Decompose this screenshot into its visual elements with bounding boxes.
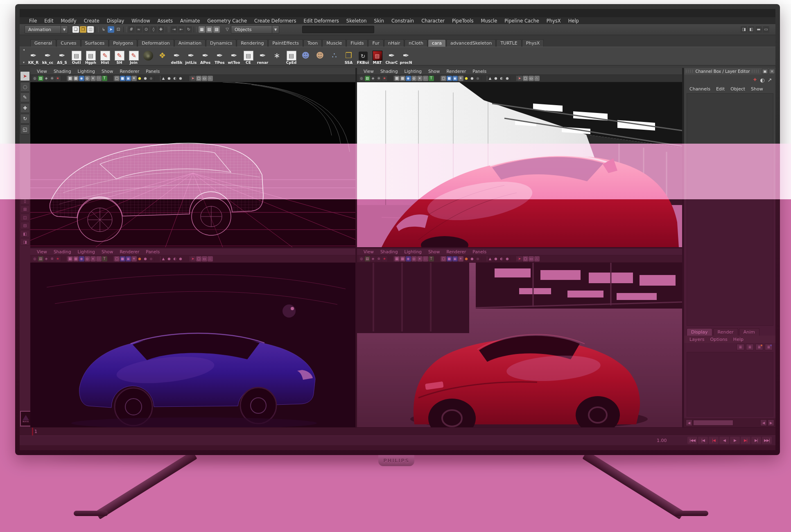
shelf-tab[interactable]: Polygons — [109, 39, 137, 47]
bookmark-icon[interactable] — [365, 76, 370, 81]
toggle-channel-box-icon[interactable] — [763, 26, 769, 33]
scrollbar-thumb[interactable] — [693, 420, 733, 426]
shelf-item-cubes-icon[interactable] — [155, 47, 170, 65]
shelf-item[interactable]: Outl — [69, 47, 84, 65]
step-forward-frame-button[interactable] — [751, 437, 761, 444]
default-light-icon[interactable] — [464, 76, 469, 81]
wireframe-mode-icon[interactable] — [114, 256, 120, 261]
go-to-end-button[interactable] — [762, 437, 772, 444]
scale-tool[interactable] — [20, 124, 30, 134]
scroll-left-icon[interactable]: ◀ — [686, 419, 692, 426]
shelf-tab[interactable]: Fluids — [346, 39, 368, 47]
paint-select-tool[interactable] — [20, 92, 30, 102]
snap-grid-icon[interactable] — [128, 26, 135, 33]
cloud-icon[interactable] — [505, 76, 510, 81]
texture-placement-icon[interactable] — [102, 256, 107, 261]
menu-item[interactable]: Window — [128, 18, 154, 24]
scroll-right-icon[interactable]: ▶ — [768, 419, 774, 426]
menu-item[interactable]: Create — [80, 18, 103, 24]
snap-plane-icon[interactable] — [150, 26, 157, 33]
menu-item[interactable]: Display — [103, 18, 128, 24]
sphere-icon[interactable] — [167, 76, 172, 81]
cone-icon[interactable] — [161, 76, 166, 81]
occlusion-sphere-icon[interactable] — [149, 76, 154, 81]
textured-mode-icon[interactable] — [126, 76, 131, 81]
shelf-tab[interactable]: Deformation — [138, 39, 174, 47]
grid-icon[interactable] — [394, 76, 400, 81]
close-panel-button[interactable]: × — [769, 69, 775, 74]
speed-state-icon[interactable] — [759, 77, 766, 83]
viewport-menu-item[interactable]: View — [360, 249, 377, 254]
channel-box-list[interactable] — [687, 93, 773, 326]
light-icon[interactable] — [382, 256, 387, 261]
gate-mask-icon[interactable] — [411, 76, 417, 81]
input-connections-icon[interactable] — [171, 26, 177, 33]
grid-icon[interactable] — [68, 76, 73, 81]
image-plane-icon[interactable] — [371, 76, 376, 81]
share-view-icon[interactable] — [208, 76, 213, 81]
texture-placement-icon[interactable] — [429, 256, 434, 261]
layout-two-stacked[interactable] — [20, 222, 30, 229]
shelf-item[interactable]: CpEd — [284, 47, 298, 65]
layout-three-split[interactable] — [20, 230, 30, 237]
all-lights-icon[interactable] — [458, 76, 463, 81]
share-view-icon[interactable] — [534, 76, 540, 81]
save-scene-icon[interactable] — [87, 26, 94, 33]
render-current-frame-icon[interactable] — [199, 26, 205, 33]
shelf-item-sphere-icon[interactable] — [141, 47, 155, 65]
menu-item[interactable]: Assets — [154, 18, 176, 24]
half-sphere-icon[interactable] — [499, 76, 504, 81]
shelf-tab[interactable]: advancedSkeleton — [446, 39, 496, 47]
all-lights-icon[interactable] — [131, 256, 137, 261]
output-connections-icon[interactable] — [178, 26, 185, 33]
viewport-menu-item[interactable]: Renderer — [443, 249, 469, 254]
shelf-item[interactable]: AS_S — [55, 47, 69, 65]
gate-mask-icon[interactable] — [85, 256, 90, 261]
menu-item[interactable]: Muscle — [477, 18, 501, 24]
time-slider[interactable]: 1 — [20, 427, 775, 436]
sphere-icon[interactable] — [167, 256, 172, 261]
quick-rename-field[interactable] — [302, 26, 374, 33]
cone-icon[interactable] — [488, 76, 493, 81]
layer-editor-menu-item[interactable]: Options — [707, 337, 730, 342]
menu-item[interactable]: Skin — [371, 18, 388, 24]
lasso-select-tool[interactable] — [20, 82, 30, 92]
shelf-tab[interactable]: nCloth — [405, 39, 427, 47]
shelf-item-drops-icon[interactable] — [327, 47, 341, 65]
menu-item[interactable]: Character — [418, 18, 448, 24]
scroll-left-icon[interactable]: ◀ — [760, 419, 767, 426]
toggle-toolbox-icon[interactable] — [755, 26, 762, 33]
viewport-menu-item[interactable]: Show — [98, 69, 116, 74]
shelf-item-head-blue-icon[interactable] — [298, 47, 313, 65]
shelf-tab[interactable]: Toon — [303, 39, 322, 47]
layout-outliner-persp[interactable] — [20, 238, 30, 246]
viewport-menu-item[interactable]: Shading — [50, 69, 75, 74]
isolate-select-icon[interactable] — [190, 256, 196, 261]
viewport-menu-item[interactable]: Renderer — [443, 69, 469, 74]
shelf-tab[interactable]: Rendering — [237, 39, 268, 47]
sphere-icon[interactable] — [493, 256, 499, 261]
two-d-pan-icon[interactable] — [376, 256, 382, 261]
step-back-frame-button[interactable] — [698, 437, 708, 444]
shelf-tab[interactable]: Animation — [174, 39, 206, 47]
texture-placement-icon[interactable] — [429, 76, 434, 81]
bookmark-icon[interactable] — [38, 256, 43, 261]
menu-set-selector[interactable]: Animation ▼ — [25, 25, 68, 34]
new-layer-icon[interactable] — [755, 344, 763, 350]
cloud-icon[interactable] — [178, 256, 183, 261]
viewport-menu-item[interactable]: Lighting — [401, 249, 425, 254]
channel-box-header[interactable]: Channel Box / Layer Editor ▣× — [684, 68, 775, 74]
viewport-menu-item[interactable]: Lighting — [401, 69, 425, 74]
shelf-tab[interactable]: TURTLE — [496, 39, 521, 47]
grid-icon[interactable] — [394, 256, 400, 261]
menu-item[interactable]: Create Deformers — [251, 18, 300, 24]
layer-editor-menu-item[interactable]: Help — [730, 337, 746, 342]
viewport-menu-item[interactable]: Show — [98, 249, 116, 254]
menu-item[interactable]: Edit — [41, 18, 57, 24]
viewport-menu-item[interactable]: Shading — [377, 249, 401, 254]
film-gate-icon[interactable] — [400, 256, 405, 261]
move-layer-up-icon[interactable] — [737, 344, 744, 350]
select-by-hierarchy-icon[interactable] — [100, 26, 107, 33]
layer-editor-tab[interactable]: Render — [713, 328, 738, 336]
viewport-canvas-blue-car[interactable] — [30, 263, 355, 428]
